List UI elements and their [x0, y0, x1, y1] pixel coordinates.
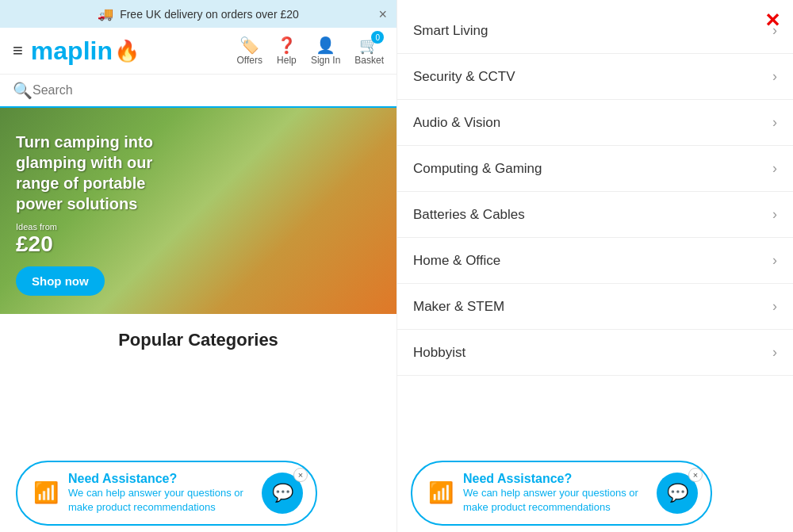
assistance-widget-right: 📶 Need Assistance? We can help answer yo… [411, 461, 712, 526]
nav-offers[interactable]: 🏷️ Offers [236, 36, 262, 66]
chevron-down-icon: › [772, 160, 777, 177]
logo-area: maplin 🔥 [31, 36, 237, 66]
assistance-sub-text: We can help answer your questions or mak… [68, 486, 252, 515]
menu-item-batteries-cables[interactable]: Batteries & Cables › [397, 192, 793, 238]
menu-item-smart-living[interactable]: Smart Living › [397, 8, 793, 54]
assistance-need-text-right: Need Assistance? [463, 472, 647, 486]
wifi-icon: 📶 [33, 480, 59, 504]
help-icon: ❓ [277, 36, 297, 55]
nav-signin[interactable]: 👤 Sign In [311, 36, 340, 66]
chat-icon: 💬 [272, 483, 293, 503]
chevron-down-icon: › [772, 298, 777, 315]
close-menu-button[interactable]: ✕ [764, 10, 780, 32]
hero-price: £20 [16, 232, 174, 257]
nav-items: 🏷️ Offers ❓ Help 👤 Sign In 🛒 0 Basket [236, 36, 384, 66]
menu-item-home-office-label: Home & Office [413, 253, 500, 269]
menu-item-smart-living-label: Smart Living [413, 23, 488, 39]
menu-item-maker-stem-label: Maker & STEM [413, 299, 504, 315]
menu-item-security-cctv-label: Security & CCTV [413, 69, 515, 85]
nav-help-label: Help [277, 55, 297, 66]
logo-flame-icon: 🔥 [114, 39, 140, 63]
left-panel: 🚚 Free UK delivery on orders over £20 × … [0, 0, 396, 532]
menu-item-security-cctv[interactable]: Security & CCTV › [397, 54, 793, 100]
hamburger-menu-button[interactable]: ≡ [13, 40, 23, 61]
nav-offers-label: Offers [236, 55, 262, 66]
hero-subtitle: Ideas from [16, 222, 174, 232]
signin-icon: 👤 [316, 36, 335, 55]
hero-title: Turn camping into glamping with our rang… [16, 132, 174, 214]
banner-text: Free UK delivery on orders over £20 [120, 8, 299, 21]
hero-content: Turn camping into glamping with our rang… [16, 132, 174, 296]
nav-basket-label: Basket [354, 55, 384, 66]
basket-icon: 🛒 0 [359, 36, 379, 55]
menu-item-computing-gaming-label: Computing & Gaming [413, 161, 542, 177]
assistance-close-button[interactable]: × [293, 468, 308, 482]
hero-banner: Turn camping into glamping with our rang… [0, 108, 396, 314]
assistance-chat-button[interactable]: 💬 1 × [262, 473, 303, 514]
search-bar: 🔍 [0, 75, 396, 108]
navigation-menu: ✕ Smart Living › Security & CCTV › Audio… [396, 0, 793, 532]
wifi-icon-right: 📶 [428, 480, 454, 504]
assistance-left-icon: 📶 [33, 480, 59, 505]
chevron-down-icon: › [772, 114, 777, 131]
menu-item-hobbyist-label: Hobbyist [413, 345, 465, 361]
popular-categories-title: Popular Categories [13, 330, 384, 350]
assistance-chat-button-right[interactable]: 💬 × [657, 473, 698, 514]
menu-item-hobbyist[interactable]: Hobbyist › [397, 330, 793, 376]
menu-item-batteries-cables-label: Batteries & Cables [413, 207, 525, 223]
offers-icon: 🏷️ [239, 36, 259, 55]
logo-text: maplin [31, 36, 113, 66]
shop-now-button[interactable]: Shop now [16, 266, 105, 296]
search-icon: 🔍 [13, 81, 33, 100]
nav-basket[interactable]: 🛒 0 Basket [354, 36, 384, 66]
assistance-need-text: Need Assistance? [68, 472, 252, 486]
chevron-down-icon: › [772, 68, 777, 85]
assistance-close-button-right[interactable]: × [688, 468, 703, 482]
popular-categories: Popular Categories [0, 314, 396, 358]
assistance-sub-text-right: We can help answer your questions or mak… [463, 486, 647, 515]
basket-badge: 0 [371, 31, 384, 44]
banner-close-button[interactable]: × [378, 6, 387, 22]
truck-icon: 🚚 [98, 6, 113, 21]
assistance-text-block: Need Assistance? We can help answer your… [68, 472, 252, 515]
nav-help[interactable]: ❓ Help [277, 36, 297, 66]
chevron-down-icon: › [772, 206, 777, 223]
assistance-text-block-right: Need Assistance? We can help answer your… [463, 472, 647, 515]
chevron-down-icon: › [772, 252, 777, 269]
nav-signin-label: Sign In [311, 55, 340, 66]
menu-item-computing-gaming[interactable]: Computing & Gaming › [397, 146, 793, 192]
menu-item-home-office[interactable]: Home & Office › [397, 238, 793, 284]
chat-icon-right: 💬 [667, 483, 688, 503]
search-input[interactable] [33, 83, 384, 98]
menu-item-audio-vision[interactable]: Audio & Vision › [397, 100, 793, 146]
menu-list: Smart Living › Security & CCTV › Audio &… [397, 8, 793, 376]
assistance-right-icon: 📶 [428, 480, 454, 505]
header: ≡ maplin 🔥 🏷️ Offers ❓ Help 👤 Sign In 🛒 … [0, 28, 396, 75]
assistance-widget-left: 📶 Need Assistance? We can help answer yo… [16, 461, 317, 526]
top-banner: 🚚 Free UK delivery on orders over £20 × [0, 0, 396, 28]
chevron-down-icon: › [772, 344, 777, 361]
menu-item-audio-vision-label: Audio & Vision [413, 115, 500, 131]
menu-item-maker-stem[interactable]: Maker & STEM › [397, 284, 793, 330]
